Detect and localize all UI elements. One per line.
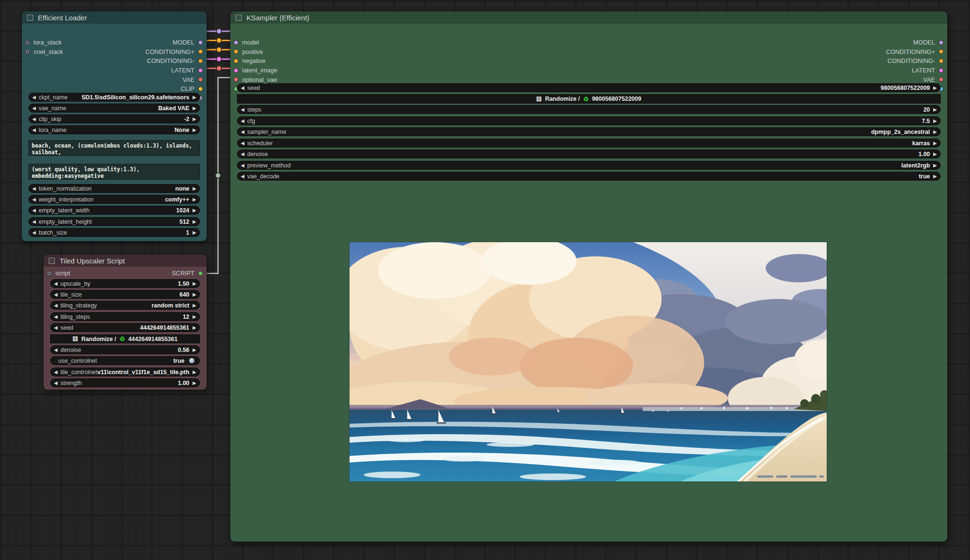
negative-prompt-textarea[interactable]: (worst quality, low quality:1.3), embedd… bbox=[28, 164, 200, 180]
widget-tiling-strategy[interactable]: ◀ tiling_strategy random strict ▶ bbox=[50, 301, 200, 310]
widget-batch-size[interactable]: ◀ batch_size 1 ▶ bbox=[28, 228, 200, 237]
arrow-right-icon[interactable]: ▶ bbox=[933, 174, 937, 179]
widget-use-controlnet-toggle[interactable]: use_controlnet true bbox=[50, 356, 200, 365]
toggle-dot-icon[interactable] bbox=[189, 358, 195, 364]
output-slot-clip[interactable]: CLIP bbox=[99, 84, 203, 94]
arrow-left-icon[interactable]: ◀ bbox=[32, 95, 36, 100]
node-ksampler-efficient[interactable]: KSampler (Efficient) model positive nega… bbox=[230, 11, 947, 542]
slot-dot-icon[interactable] bbox=[939, 40, 944, 45]
slot-dot-icon[interactable] bbox=[198, 87, 203, 91]
widget-weight-interpretation[interactable]: ◀ weight_interpretation comfy++ ▶ bbox=[28, 195, 200, 204]
slot-dot-icon[interactable] bbox=[939, 68, 944, 73]
node-titlebar[interactable]: KSampler (Efficient) bbox=[230, 11, 947, 24]
arrow-left-icon[interactable]: ◀ bbox=[241, 86, 245, 90]
slot-dot-icon[interactable] bbox=[198, 40, 203, 45]
input-slot-cnet-stack[interactable]: cnet_stack bbox=[25, 47, 105, 57]
node-titlebar[interactable]: Efficient Loader bbox=[22, 11, 207, 24]
widget-denoise[interactable]: ◀ denoise 1.00 ▶ bbox=[237, 149, 941, 158]
output-slot-conditioning-plus[interactable]: CONDITIONING+ bbox=[839, 47, 944, 57]
slot-dot-icon[interactable] bbox=[25, 40, 30, 45]
arrow-left-icon[interactable]: ◀ bbox=[32, 208, 36, 213]
input-slot-negative[interactable]: negative bbox=[234, 56, 319, 66]
arrow-left-icon[interactable]: ◀ bbox=[32, 197, 36, 202]
arrow-right-icon[interactable]: ▶ bbox=[192, 230, 196, 235]
slot-dot-icon[interactable] bbox=[939, 49, 944, 54]
widget-cfg[interactable]: ◀ cfg 7.5 ▶ bbox=[237, 116, 941, 125]
arrow-left-icon[interactable]: ◀ bbox=[54, 281, 58, 286]
widget-empty-latent-width[interactable]: ◀ empty_latent_width 1024 ▶ bbox=[28, 206, 200, 215]
arrow-left-icon[interactable]: ◀ bbox=[241, 174, 245, 179]
arrow-right-icon[interactable]: ▶ bbox=[933, 152, 937, 157]
slot-dot-icon[interactable] bbox=[234, 40, 238, 45]
arrow-left-icon[interactable]: ◀ bbox=[54, 348, 58, 352]
widget-tile-controlnet[interactable]: ◀ tile_controlnet v11\control_v11f1e_sd1… bbox=[50, 368, 200, 376]
collapse-icon[interactable] bbox=[27, 15, 33, 21]
widget-ckpt-name[interactable]: ◀ ckpt_name SD1.5\sdSilicon_silicon29.sa… bbox=[28, 93, 200, 102]
arrow-left-icon[interactable]: ◀ bbox=[32, 106, 36, 111]
widget-empty-latent-height[interactable]: ◀ empty_latent_height 512 ▶ bbox=[28, 217, 200, 226]
arrow-left-icon[interactable]: ◀ bbox=[32, 186, 36, 191]
arrow-left-icon[interactable]: ◀ bbox=[54, 370, 58, 375]
arrow-left-icon[interactable]: ◀ bbox=[54, 381, 58, 385]
arrow-right-icon[interactable]: ▶ bbox=[192, 117, 196, 122]
widget-preview-method[interactable]: ◀ preview_method latent2rgb ▶ bbox=[237, 161, 941, 170]
arrow-right-icon[interactable]: ▶ bbox=[192, 281, 196, 286]
positive-prompt-textarea[interactable]: beach, ocean, (cumulonimbus clouds:1.3),… bbox=[28, 140, 200, 156]
arrow-left-icon[interactable]: ◀ bbox=[32, 128, 36, 132]
slot-dot-icon[interactable] bbox=[234, 77, 238, 82]
arrow-right-icon[interactable]: ▶ bbox=[192, 106, 196, 111]
widget-tile-size[interactable]: ◀ tile_size 640 ▶ bbox=[50, 290, 200, 299]
input-slot-model[interactable]: model bbox=[234, 38, 319, 47]
arrow-right-icon[interactable]: ▶ bbox=[192, 303, 196, 308]
slot-dot-icon[interactable] bbox=[939, 77, 944, 82]
arrow-right-icon[interactable]: ▶ bbox=[192, 348, 196, 352]
slot-dot-icon[interactable] bbox=[234, 59, 238, 63]
arrow-left-icon[interactable]: ◀ bbox=[32, 117, 36, 122]
arrow-left-icon[interactable]: ◀ bbox=[241, 141, 245, 146]
output-slot-conditioning-plus[interactable]: CONDITIONING+ bbox=[99, 47, 203, 57]
arrow-right-icon[interactable]: ▶ bbox=[192, 128, 196, 132]
arrow-right-icon[interactable]: ▶ bbox=[192, 292, 196, 297]
arrow-left-icon[interactable]: ◀ bbox=[241, 130, 245, 134]
output-slot-script[interactable]: SCRIPT bbox=[172, 269, 203, 278]
collapse-icon[interactable] bbox=[49, 258, 55, 264]
arrow-left-icon[interactable]: ◀ bbox=[54, 303, 58, 308]
output-slot-conditioning-minus[interactable]: CONDITIONING- bbox=[839, 56, 944, 66]
node-titlebar[interactable]: Tiled Upscaler Script bbox=[44, 254, 207, 267]
arrow-left-icon[interactable]: ◀ bbox=[54, 325, 58, 330]
widget-denoise[interactable]: ◀ denoise 0.56 ▶ bbox=[50, 345, 200, 354]
output-slot-conditioning-minus[interactable]: CONDITIONING- bbox=[99, 56, 203, 66]
slot-dot-icon[interactable] bbox=[198, 49, 203, 54]
widget-seed[interactable]: ◀ seed 444264914855361 ▶ bbox=[50, 323, 200, 332]
slot-dot-icon[interactable] bbox=[234, 68, 238, 73]
arrow-right-icon[interactable]: ▶ bbox=[192, 315, 196, 319]
arrow-left-icon[interactable]: ◀ bbox=[32, 219, 36, 224]
arrow-right-icon[interactable]: ▶ bbox=[192, 197, 196, 202]
slot-dot-icon[interactable] bbox=[47, 271, 52, 276]
arrow-left-icon[interactable]: ◀ bbox=[241, 163, 245, 168]
widget-steps[interactable]: ◀ steps 20 ▶ bbox=[237, 105, 941, 114]
output-slot-latent[interactable]: LATENT bbox=[99, 66, 203, 75]
widget-clip-skip[interactable]: ◀ clip_skip -2 ▶ bbox=[28, 114, 200, 123]
arrow-left-icon[interactable]: ◀ bbox=[241, 152, 245, 157]
widget-strength[interactable]: ◀ strength 1.00 ▶ bbox=[50, 378, 200, 387]
arrow-left-icon[interactable]: ◀ bbox=[54, 315, 58, 319]
node-efficient-loader[interactable]: Efficient Loader lora_stack cnet_stack M… bbox=[22, 11, 207, 241]
widget-vae-decode[interactable]: ◀ vae_decode true ▶ bbox=[237, 172, 941, 181]
arrow-right-icon[interactable]: ▶ bbox=[933, 141, 937, 146]
arrow-right-icon[interactable]: ▶ bbox=[192, 219, 196, 224]
randomize-button[interactable]: ⚄ Randomize / ♻ 444264914855361 bbox=[50, 334, 200, 343]
collapse-icon[interactable] bbox=[236, 15, 242, 21]
input-slot-script[interactable]: script bbox=[47, 269, 70, 278]
widget-token-normalization[interactable]: ◀ token_normalization none ▶ bbox=[28, 184, 200, 193]
widget-tiling-steps[interactable]: ◀ tiling_steps 12 ▶ bbox=[50, 312, 200, 321]
output-slot-model[interactable]: MODEL bbox=[99, 38, 203, 47]
arrow-left-icon[interactable]: ◀ bbox=[32, 230, 36, 235]
input-slot-lora-stack[interactable]: lora_stack bbox=[25, 38, 105, 47]
node-tiled-upscaler-script[interactable]: Tiled Upscaler Script script SCRIPT ◀ up… bbox=[44, 254, 207, 390]
widget-upscale-by[interactable]: ◀ upscale_by 1.50 ▶ bbox=[50, 279, 200, 288]
input-slot-latent-image[interactable]: latent_image bbox=[234, 66, 319, 75]
arrow-right-icon[interactable]: ▶ bbox=[192, 370, 196, 375]
arrow-right-icon[interactable]: ▶ bbox=[933, 163, 937, 168]
arrow-right-icon[interactable]: ▶ bbox=[192, 325, 196, 330]
